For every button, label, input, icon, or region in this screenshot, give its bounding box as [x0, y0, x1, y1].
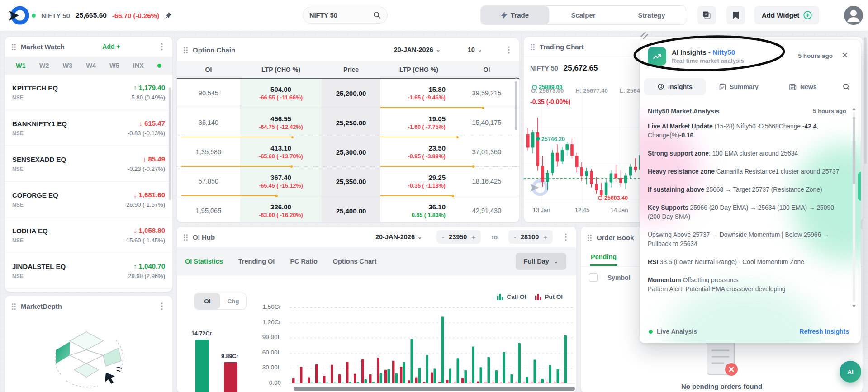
expiry-dropdown[interactable]: 20-JAN-2026⌄ — [394, 46, 441, 53]
kebab-menu-icon[interactable]: ⋮ — [505, 46, 513, 54]
minus-button[interactable]: - — [514, 233, 516, 241]
insight-item: If sustaining above 25668 → Target 25737… — [648, 185, 846, 194]
put-ltp-value: 23.50 — [380, 144, 446, 152]
watchlist-row[interactable]: KPITTECH EQNSE↑ 1,179.405.80 (0.49%) — [5, 75, 172, 110]
tab-options-chart[interactable]: Options Chart — [333, 258, 377, 265]
put-oi-value: 39,59,215 — [457, 79, 516, 108]
kebab-menu-icon[interactable]: ⋮ — [158, 43, 166, 51]
tab-trending-oi[interactable]: Trending OI — [238, 258, 275, 265]
select-all-checkbox[interactable] — [589, 273, 598, 282]
drag-handle-icon[interactable] — [183, 47, 188, 53]
copy-layout-button[interactable] — [697, 6, 716, 24]
watchlist-tab-w5[interactable]: W5 — [109, 62, 119, 69]
search-input[interactable]: NIFTY 50 — [303, 7, 388, 24]
watchlist-row[interactable]: COFORGE EQNSE↓ 1,681.60-26.90 (-1.57%) — [5, 182, 172, 217]
tab-summary[interactable]: Summary — [708, 78, 770, 95]
drag-handle-icon[interactable] — [11, 43, 16, 50]
change-value: 5.80 (0.49%) — [132, 94, 165, 101]
scrollbar-thumb[interactable] — [169, 87, 171, 200]
expiry-dropdown[interactable]: 20-JAN-2026⌄ — [375, 233, 422, 241]
ai-assistant-fab[interactable]: AI — [840, 361, 861, 383]
option-chain-table: 90,545504.00-66.55 ( -11.66%)25,200.0015… — [177, 79, 519, 222]
price-value: ↑ 1,040.70 — [128, 262, 165, 270]
strike-count-dropdown[interactable]: 10⌄ — [468, 46, 482, 53]
watchlist-row[interactable]: BANKNIFTY1 EQNSE↓ 615.47-0.83 (-0.13%) — [5, 110, 172, 146]
oi-hub-tabs: OI Statistics Trending OI PC Ratio Optio… — [177, 247, 576, 275]
strike-to-stepper[interactable]: - 28100 + — [508, 230, 553, 244]
tab-strategy[interactable]: Strategy — [617, 6, 686, 24]
scroll-up-arrow[interactable] — [515, 77, 517, 79]
put-ltp-cell: 36.100.65 ( 1.83%) — [380, 196, 457, 222]
svg-text:25603.40: 25603.40 — [604, 195, 628, 201]
call-ltp-change: -65.60 ( -13.70%) — [240, 153, 322, 160]
y-axis-tick: 90.00L — [254, 334, 281, 340]
put-ltp-value: 19.05 — [380, 115, 446, 123]
scroll-down-arrow[interactable] — [852, 305, 856, 307]
call-total-bar — [195, 340, 209, 392]
refresh-insights-link[interactable]: Refresh Insights — [799, 328, 849, 335]
put-ltp-cell: 23.50-0.95 ( -3.89%) — [380, 137, 457, 166]
oi-bar-chart[interactable] — [290, 275, 575, 389]
tab-insights[interactable]: Insights — [644, 78, 706, 95]
watchlist-tab-w4[interactable]: W4 — [86, 62, 96, 69]
kebab-menu-icon[interactable]: ⋮ — [562, 233, 570, 241]
profile-avatar[interactable] — [843, 5, 864, 26]
watchlist-row[interactable]: JINDALSTEL EQNSE↑ 1,040.7029.90 (2.96%) — [5, 253, 172, 289]
option-chain-row[interactable]: 1,95,065326.00-63.00 ( -16.20%)25,400.00… — [177, 196, 519, 222]
plus-button[interactable]: + — [471, 233, 475, 241]
kebab-menu-icon[interactable]: ⋮ — [158, 302, 166, 310]
interval-dropdown[interactable]: Full Day⌄ — [516, 253, 566, 270]
page-scrollbar-thumb[interactable] — [864, 37, 867, 164]
put-ltp-value: 15.80 — [380, 85, 446, 93]
horizontal-scrollbar[interactable] — [294, 387, 575, 391]
plus-button[interactable]: + — [543, 233, 547, 241]
option-chain-row[interactable]: 90,545504.00-66.55 ( -11.66%)25,200.0015… — [177, 79, 519, 108]
tab-pending[interactable]: Pending — [590, 249, 617, 266]
watchlist-tab-inx[interactable]: INX — [133, 62, 144, 69]
exchange-label: NSE — [12, 202, 58, 208]
drag-handle-icon[interactable] — [530, 43, 535, 50]
pin-icon[interactable] — [165, 12, 172, 19]
strike-from-stepper[interactable]: - 23950 + — [436, 230, 481, 244]
option-chain-row[interactable]: 57,850367.40-65.45 ( -15.12%)25,350.0029… — [177, 167, 519, 196]
toggle-oi[interactable]: OI — [194, 293, 220, 309]
search-icon[interactable] — [836, 83, 856, 91]
option-chain-row[interactable]: 36,140456.55-64.75 ( -12.42%)25,250.0019… — [177, 108, 519, 137]
scrollbar-thumb[interactable] — [853, 117, 855, 184]
bookmark-button[interactable] — [726, 6, 745, 24]
drag-handle-icon[interactable] — [587, 234, 592, 241]
watchlist-tab-w3[interactable]: W3 — [63, 62, 73, 69]
add-widget-button[interactable]: Add Widget — [754, 6, 819, 24]
tab-news[interactable]: News — [772, 78, 834, 95]
put-ltp-cell: 29.25-0.35 ( -1.18%) — [380, 167, 457, 196]
call-oi-value: 1,35,980 — [177, 137, 240, 166]
add-symbol-button[interactable]: Add + — [102, 43, 120, 50]
call-oi-value: 57,850 — [177, 167, 240, 196]
tab-oi-statistics[interactable]: OI Statistics — [185, 258, 223, 265]
symbol-name: BANKNIFTY1 EQ — [12, 120, 67, 128]
change-value: -0.23 (-0.27%) — [128, 165, 165, 172]
insight-card-time: 5 hours ago — [813, 107, 846, 116]
panel-grab-handle[interactable] — [858, 172, 861, 201]
watchlist-tab-w2[interactable]: W2 — [39, 62, 49, 69]
watchlist-tab-w1[interactable]: W1 — [16, 62, 26, 69]
app-logo-icon[interactable] — [8, 5, 30, 26]
strike-to-value: 28100 — [521, 233, 539, 241]
watchlist-row[interactable]: LODHA EQNSE↓ 1,058.80-15.60 (-1.45%) — [5, 217, 172, 253]
drag-handle-icon[interactable] — [183, 234, 188, 241]
minus-button[interactable]: - — [442, 233, 444, 241]
scrollbar-thumb[interactable] — [515, 81, 517, 130]
tab-pc-ratio[interactable]: PC Ratio — [290, 258, 317, 265]
tab-trade[interactable]: Trade — [481, 6, 549, 24]
ai-panel-title: AI Insights - Nifty50 — [672, 48, 744, 56]
toggle-chg[interactable]: Chg — [220, 293, 246, 309]
exchange-label: NSE — [12, 273, 66, 279]
exchange-label: NSE — [12, 237, 48, 244]
option-chain-row[interactable]: 1,35,980413.10-65.60 ( -13.70%)25,300.00… — [177, 137, 519, 167]
ai-panel-header: AI Insights - Nifty50 Real-time market a… — [648, 47, 744, 66]
close-icon[interactable]: ✕ — [842, 51, 848, 60]
drag-handle-icon[interactable] — [11, 303, 16, 310]
watchlist-row[interactable]: SENSEXADD EQNSE↓ 85.49-0.23 (-0.27%) — [5, 146, 172, 182]
scroll-up-arrow[interactable] — [852, 108, 856, 110]
tab-scalper[interactable]: Scalper — [549, 6, 617, 24]
